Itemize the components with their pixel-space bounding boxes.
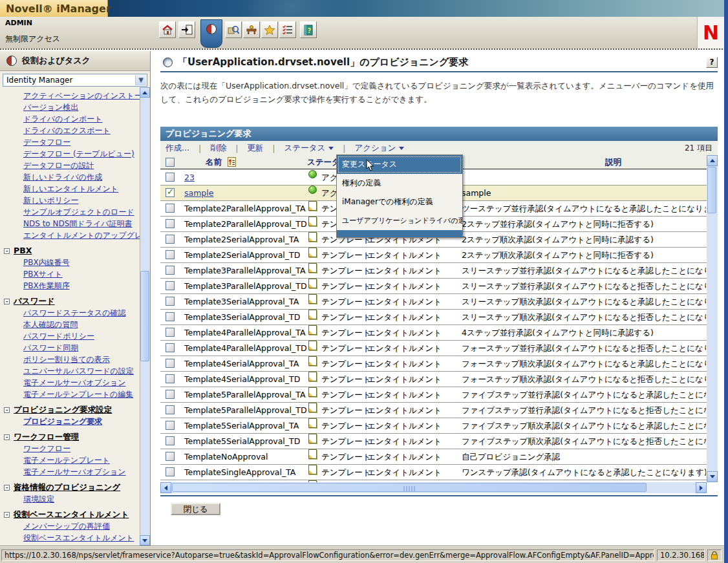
sidebar-item[interactable]: アクティベーションのインストール [23,90,140,101]
sidebar-item[interactable]: 役割ベースエンタイトルメント [23,532,140,544]
page-help-button[interactable]: ? [706,57,718,68]
sidebar-item[interactable]: エンタイトルメントのアップグレード [23,229,140,241]
sidebar-item[interactable]: パスワードステータスの確認 [23,307,140,319]
sidebar-item[interactable]: プロビジョニング要求 [23,416,140,427]
sidebar-item[interactable]: ドライバのエクスポート [23,125,140,136]
request-name[interactable]: sample [184,186,213,200]
sidebar-item[interactable]: 電子メールテンプレート [23,454,140,466]
sidebar-item[interactable]: データフロー (テーブルビュー) [23,148,140,160]
scroll-thumb[interactable] [172,483,647,492]
sidebar-section-1[interactable]: -PBX [4,245,140,257]
close-button[interactable]: 閉じる [171,503,220,515]
table-row[interactable]: Template5SerialApproval_TAテンプレートエンタイトルメン… [160,418,707,434]
table-row[interactable]: Template3ParallelApproval_TAテンプレートエンタイトル… [160,263,707,279]
sidebar-item[interactable]: 電子メールサーバオプション [23,466,140,478]
scroll-thumb[interactable] [140,271,149,361]
home-button[interactable] [159,21,176,38]
table-row[interactable]: Template4SerialApproval_TDテンプレートエンタイトルメン… [160,372,707,387]
menu-delete[interactable]: 削除 [210,143,226,154]
collapse-icon[interactable]: - [4,485,10,491]
select-all-checkbox[interactable] [166,158,175,167]
request-name: Template3ParallelApproval_TD [184,279,307,293]
chevron-down-icon[interactable]: ▼ [135,75,146,85]
sidebar-item[interactable]: 環境設定 [23,493,140,505]
request-status: テンプレート [321,356,370,371]
scroll-thumb[interactable] [707,167,716,213]
sidebar-item[interactable]: PBX作業順序 [23,280,140,292]
sidebar-section-5[interactable]: -資格情報のプロビジョニング [4,482,140,493]
menu-refresh[interactable]: 更新 [247,143,263,154]
table-row[interactable]: Template2SerialApproval_TDテンプレートエンタイトルメン… [160,248,707,263]
sidebar-item[interactable]: ワークフロー [23,443,140,454]
table-vertical-scrollbar[interactable] [707,155,718,482]
context-menu-item[interactable]: 変更ステータス [337,155,462,174]
scroll-down-button[interactable] [707,471,718,482]
sidebar-section-4[interactable]: -ワークフロー管理 [4,431,140,443]
sidebar-item[interactable]: データフローの設計 [23,160,140,171]
request-name[interactable]: 23 [184,170,195,185]
column-description[interactable]: 説明 [605,155,621,169]
exit-button[interactable] [178,21,195,38]
sidebar-item[interactable]: 新しいエンタイトルメント [23,183,140,195]
collapse-icon[interactable]: - [4,434,10,440]
sidebar-item[interactable]: 電子メールサーバオプション [23,377,140,388]
context-menu-item[interactable]: 権利の定義 [337,174,462,193]
sidebar-item[interactable]: NDS to NDS間ドライバ証明書 [23,218,140,229]
sidebar-scrollbar[interactable] [140,87,150,546]
sidebar-item[interactable]: ユニバーサルパスワードの設定 [23,365,140,377]
table-horizontal-scrollbar[interactable] [160,482,707,493]
configure-button[interactable] [243,21,260,38]
sidebar-item[interactable]: 電子メールテンプレートの編集 [23,388,140,400]
row-checkbox[interactable] [166,188,175,197]
sidebar-item[interactable]: PBXサイト [23,268,140,280]
sidebar-item[interactable]: メンバーシップの再評価 [23,520,140,532]
collapse-icon[interactable]: - [4,512,10,518]
sidebar-section-3[interactable]: -プロビジョニング要求設定 [4,404,140,416]
sidebar-item[interactable]: 本人確認の質問 [23,319,140,330]
sidebar-item[interactable]: PBX内線番号 [23,257,140,268]
table-row[interactable]: Template4SerialApproval_TAテンプレートエンタイトルメン… [160,356,707,372]
sidebar-item[interactable]: パスワードポリシー [23,330,140,342]
help-toolbar-button[interactable]: ? [300,21,317,38]
table-row[interactable]: Template3ParallelApproval_TDテンプレートエンタイトル… [160,279,707,294]
collapse-icon[interactable]: - [4,407,10,413]
context-menu-item[interactable]: iManagerでの権利の定義 [337,193,462,211]
sidebar-item[interactable]: サンプルオブジェクトのロード [23,206,140,218]
column-name[interactable]: 名前 [206,155,236,169]
menu-actions[interactable]: アクション [354,143,404,154]
context-menu-item[interactable]: ユーザアプリケーションドライバの選択 [337,211,462,230]
table-row[interactable]: Template5ParallelApproval_TAテンプレートエンタイトル… [160,387,707,403]
sidebar-section-6[interactable]: -役割ベースエンタイトルメント [4,509,140,520]
view-objects-button[interactable] [225,21,242,38]
scroll-right-button[interactable] [696,482,707,493]
sidebar-item[interactable]: ドライバのインポート [23,113,140,125]
sort-icon[interactable] [228,157,236,167]
table-row[interactable]: TemplateSingleApproval_TAテンプレートエンタイトルメント… [160,465,707,480]
category-select[interactable]: Identity Manager ▼ [3,74,147,87]
scroll-left-button[interactable] [160,482,171,493]
preferences-button[interactable] [279,21,296,38]
roles-tasks-button[interactable] [200,19,222,48]
table-row[interactable]: Template3SerialApproval_TDテンプレートエンタイトルメン… [160,310,707,325]
sidebar-item[interactable]: 新しいドライバの作成 [23,171,140,183]
sidebar-item[interactable]: データフロー [23,136,140,148]
sidebar-item[interactable]: パスワード同期 [23,342,140,354]
sidebar-section-2[interactable]: -パスワード [4,295,140,307]
sidebar-item[interactable]: ポリシー割り当ての表示 [23,354,140,365]
table-row[interactable]: TemplateNoApprovalテンプレートエンタイトルメント自己プロビジョ… [160,449,707,465]
menu-status[interactable]: ステータス [284,143,334,154]
sidebar-item[interactable]: バージョン検出 [23,101,140,113]
collapse-icon[interactable]: - [4,248,10,254]
menu-create[interactable]: 作成... [166,143,189,154]
scroll-up-button[interactable] [707,155,718,166]
sidebar-item[interactable]: 新しいポリシー [23,195,140,206]
collapse-icon[interactable]: - [4,299,10,304]
scroll-up-button[interactable] [140,87,150,98]
table-row[interactable]: Template4ParallelApproval_TAテンプレートエンタイトル… [160,325,707,341]
table-row[interactable]: Template3SerialApproval_TAテンプレートエンタイトルメン… [160,294,707,310]
table-row[interactable]: Template5SerialApproval_TDテンプレートエンタイトルメン… [160,434,707,449]
table-row[interactable]: Template5ParallelApproval_TDテンプレートエンタイトル… [160,403,707,418]
favorites-button[interactable] [261,21,278,38]
table-row[interactable]: Template4ParallelApproval_TDテンプレートエンタイトル… [160,341,707,356]
scroll-down-button[interactable] [140,535,150,546]
